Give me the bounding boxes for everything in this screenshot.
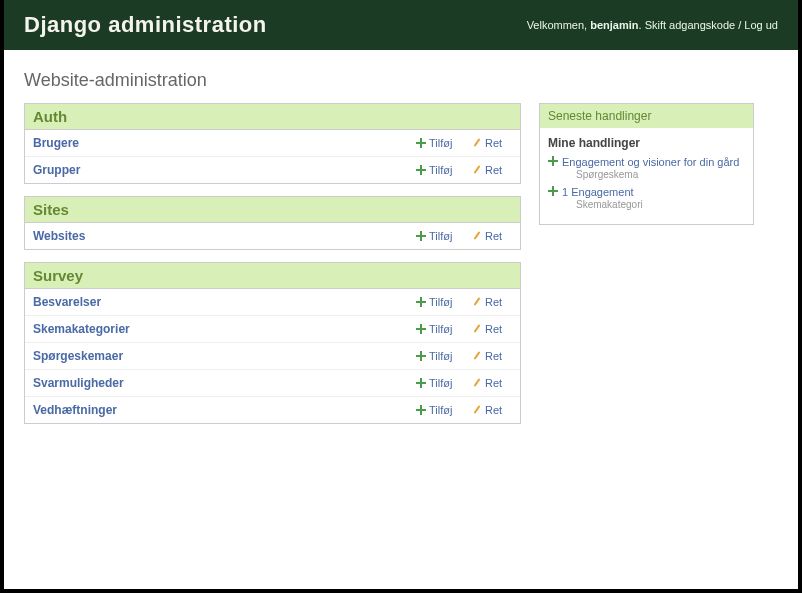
model-link[interactable]: Vedhæftninger	[33, 403, 117, 417]
model-row: BesvarelserTilføjRet	[25, 289, 520, 316]
add-icon	[416, 297, 426, 307]
model-link[interactable]: Websites	[33, 229, 85, 243]
change-link[interactable]: Ret	[472, 350, 502, 362]
edit-icon	[472, 231, 482, 241]
add-icon	[416, 165, 426, 175]
add-label: Tilføj	[429, 404, 452, 416]
edit-icon	[472, 378, 482, 388]
app-caption: Survey	[25, 263, 520, 289]
recent-action-item: Engagement og visioner for din gårdSpørg…	[548, 156, 745, 180]
add-link[interactable]: Tilføj	[416, 164, 452, 176]
model-name-cell: Grupper	[25, 157, 408, 184]
change-cell: Ret	[464, 157, 520, 184]
welcome-text: Velkommen,	[527, 19, 588, 31]
edit-icon	[472, 138, 482, 148]
change-link[interactable]: Ret	[472, 296, 502, 308]
change-cell: Ret	[464, 289, 520, 316]
model-row: VedhæftningerTilføjRet	[25, 397, 520, 424]
model-link[interactable]: Brugere	[33, 136, 79, 150]
change-cell: Ret	[464, 223, 520, 249]
change-link[interactable]: Ret	[472, 164, 502, 176]
add-cell: Tilføj	[408, 157, 464, 184]
recent-actions-title: Seneste handlinger	[540, 104, 753, 128]
model-row: WebsitesTilføjRet	[25, 223, 520, 249]
model-link[interactable]: Spørgeskemaer	[33, 349, 123, 363]
add-link[interactable]: Tilføj	[416, 323, 452, 335]
add-cell: Tilføj	[408, 397, 464, 424]
model-link[interactable]: Skemakategorier	[33, 322, 130, 336]
add-cell: Tilføj	[408, 343, 464, 370]
model-name-cell: Skemakategorier	[25, 316, 408, 343]
change-label: Ret	[485, 377, 502, 389]
model-name-cell: Brugere	[25, 130, 408, 157]
model-row: SvarmulighederTilføjRet	[25, 370, 520, 397]
change-label: Ret	[485, 164, 502, 176]
app-module: SitesWebsitesTilføjRet	[24, 196, 521, 250]
recent-action-type: Skemakategori	[576, 199, 745, 210]
add-label: Tilføj	[429, 323, 452, 335]
edit-icon	[472, 324, 482, 334]
recent-action-link[interactable]: Engagement og visioner for din gård	[562, 156, 739, 168]
change-link[interactable]: Ret	[472, 230, 502, 242]
change-link[interactable]: Ret	[472, 377, 502, 389]
add-label: Tilføj	[429, 377, 452, 389]
change-cell: Ret	[464, 343, 520, 370]
model-name-cell: Besvarelser	[25, 289, 408, 316]
add-link[interactable]: Tilføj	[416, 137, 452, 149]
add-link[interactable]: Tilføj	[416, 350, 452, 362]
edit-icon	[472, 297, 482, 307]
change-label: Ret	[485, 404, 502, 416]
add-label: Tilføj	[429, 296, 452, 308]
add-link[interactable]: Tilføj	[416, 377, 452, 389]
add-link[interactable]: Tilføj	[416, 404, 452, 416]
add-label: Tilføj	[429, 350, 452, 362]
page-title: Website-administration	[24, 70, 778, 91]
change-cell: Ret	[464, 397, 520, 424]
change-cell: Ret	[464, 130, 520, 157]
username: benjamin	[590, 19, 638, 31]
model-link[interactable]: Grupper	[33, 163, 80, 177]
app-module: AuthBrugereTilføjRetGrupperTilføjRet	[24, 103, 521, 184]
add-cell: Tilføj	[408, 316, 464, 343]
add-cell: Tilføj	[408, 370, 464, 397]
logout-link[interactable]: Log ud	[744, 19, 778, 31]
model-row: BrugereTilføjRet	[25, 130, 520, 157]
app-caption: Auth	[25, 104, 520, 130]
change-label: Ret	[485, 323, 502, 335]
add-cell: Tilføj	[408, 130, 464, 157]
add-icon	[416, 405, 426, 415]
model-name-cell: Vedhæftninger	[25, 397, 408, 424]
change-cell: Ret	[464, 370, 520, 397]
add-label: Tilføj	[429, 230, 452, 242]
change-link[interactable]: Ret	[472, 323, 502, 335]
edit-icon	[472, 405, 482, 415]
change-label: Ret	[485, 230, 502, 242]
recent-action-link[interactable]: 1 Engagement	[562, 186, 634, 198]
edit-icon	[472, 351, 482, 361]
add-icon	[548, 186, 558, 196]
model-row: SpørgeskemaerTilføjRet	[25, 343, 520, 370]
user-links: Velkommen, benjamin. Skift adgangskode /…	[527, 19, 778, 31]
change-link[interactable]: Ret	[472, 137, 502, 149]
add-link[interactable]: Tilføj	[416, 296, 452, 308]
change-password-link[interactable]: Skift adgangskode	[645, 19, 736, 31]
model-link[interactable]: Besvarelser	[33, 295, 101, 309]
add-icon	[416, 351, 426, 361]
add-icon	[416, 138, 426, 148]
header: Django administration Velkommen, benjami…	[4, 0, 798, 50]
add-link[interactable]: Tilføj	[416, 230, 452, 242]
model-link[interactable]: Svarmuligheder	[33, 376, 124, 390]
add-label: Tilføj	[429, 164, 452, 176]
add-cell: Tilføj	[408, 223, 464, 249]
change-link[interactable]: Ret	[472, 404, 502, 416]
model-name-cell: Svarmuligheder	[25, 370, 408, 397]
add-icon	[416, 378, 426, 388]
change-label: Ret	[485, 137, 502, 149]
site-title: Django administration	[24, 12, 267, 38]
recent-action-item: 1 EngagementSkemakategori	[548, 186, 745, 210]
my-actions-title: Mine handlinger	[548, 136, 745, 150]
app-module: SurveyBesvarelserTilføjRetSkemakategorie…	[24, 262, 521, 424]
add-icon	[416, 324, 426, 334]
change-cell: Ret	[464, 316, 520, 343]
edit-icon	[472, 165, 482, 175]
